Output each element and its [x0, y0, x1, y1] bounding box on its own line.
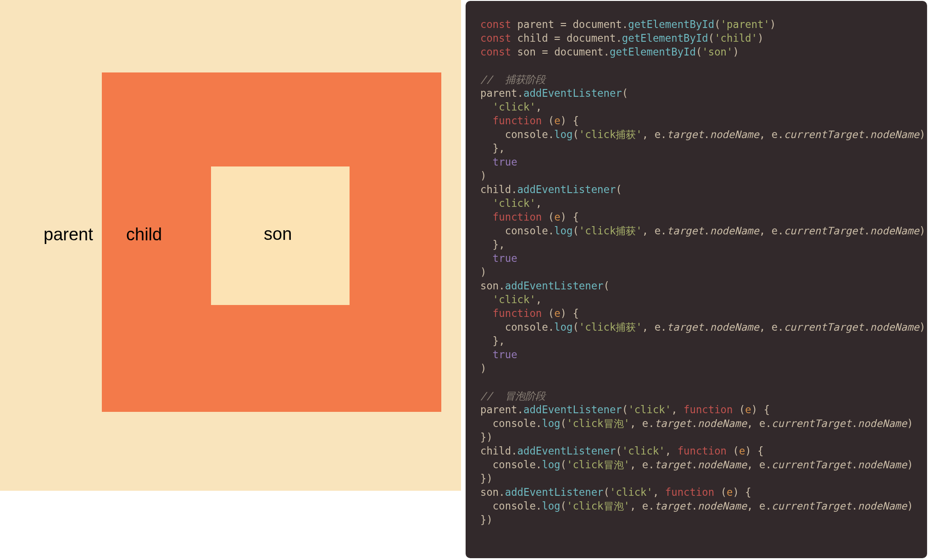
code-child-capture-6: true	[480, 251, 912, 265]
code-child-capture-1: child.addEventListener(	[480, 183, 912, 196]
code-comment-1: // 捕获阶段	[480, 72, 912, 86]
code-son-bubble-2: console.log('click冒泡', e.target.nodeName…	[480, 499, 912, 513]
code-parent-capture-6: true	[480, 155, 912, 169]
code-line-1: const parent = document.getElementById('…	[480, 17, 912, 31]
code-child-bubble-1: child.addEventListener('click', function…	[480, 444, 912, 458]
code-parent-capture-2: 'click',	[480, 100, 912, 114]
code-line-2: const child = document.getElementById('c…	[480, 31, 912, 45]
code-parent-bubble-3: })	[480, 430, 912, 444]
parent-box[interactable]: parent child son	[0, 0, 461, 491]
code-son-bubble-3: })	[480, 513, 912, 527]
code-child-bubble-2: console.log('click冒泡', e.target.nodeName…	[480, 458, 912, 471]
code-son-capture-7: )	[480, 361, 912, 375]
son-label: son	[264, 224, 292, 244]
code-son-capture-1: son.addEventListener(	[480, 279, 912, 293]
code-child-capture-5: },	[480, 238, 912, 251]
code-child-bubble-3: })	[480, 471, 912, 485]
code-panel: const parent = document.getElementById('…	[466, 1, 927, 558]
code-son-capture-6: true	[480, 348, 912, 361]
code-parent-capture-1: parent.addEventListener(	[480, 86, 912, 100]
code-parent-capture-4: console.log('click捕获', e.target.nodeName…	[480, 128, 912, 141]
son-box[interactable]: son	[211, 166, 350, 305]
code-son-capture-3: function (e) {	[480, 306, 912, 320]
code-parent-bubble-1: parent.addEventListener('click', functio…	[480, 403, 912, 416]
code-line-3: const son = document.getElementById('son…	[480, 45, 912, 59]
code-parent-bubble-2: console.log('click冒泡', e.target.nodeName…	[480, 416, 912, 430]
code-blank-2	[480, 375, 912, 389]
code-parent-capture-3: function (e) {	[480, 114, 912, 128]
code-son-bubble-1: son.addEventListener('click', function (…	[480, 485, 912, 499]
parent-label: parent	[44, 225, 93, 244]
code-child-capture-2: 'click',	[480, 196, 912, 210]
child-box[interactable]: child son	[102, 72, 441, 412]
code-blank-1	[480, 59, 912, 72]
code-son-capture-2: 'click',	[480, 293, 912, 306]
code-parent-capture-7: )	[480, 169, 912, 183]
code-comment-2: // 冒泡阶段	[480, 389, 912, 403]
code-child-capture-3: function (e) {	[480, 210, 912, 224]
code-child-capture-7: )	[480, 265, 912, 279]
code-son-capture-5: },	[480, 334, 912, 348]
code-parent-capture-5: },	[480, 141, 912, 155]
code-son-capture-4: console.log('click捕获', e.target.nodeName…	[480, 320, 912, 334]
child-label: child	[126, 225, 162, 244]
code-child-capture-4: console.log('click捕获', e.target.nodeName…	[480, 224, 912, 238]
